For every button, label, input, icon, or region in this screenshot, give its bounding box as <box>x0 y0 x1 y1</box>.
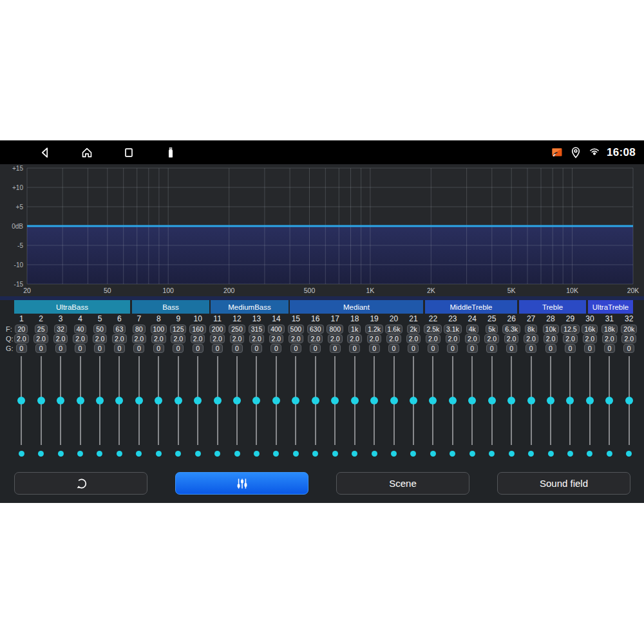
frequency-chip-ch31[interactable]: 18k <box>600 325 619 334</box>
gain-slider-ch24[interactable] <box>462 356 482 445</box>
gain-chip-ch15[interactable]: 0 <box>286 344 305 353</box>
recents-icon[interactable] <box>121 145 137 160</box>
slider-thumb[interactable] <box>547 397 554 404</box>
slider-thumb[interactable] <box>468 397 476 404</box>
slider-thumb[interactable] <box>527 397 535 404</box>
gain-chip-ch6[interactable]: 0 <box>109 344 129 353</box>
slider-thumb[interactable] <box>625 397 633 404</box>
gain-chip-ch11[interactable]: 0 <box>207 344 227 353</box>
gain-slider-ch17[interactable] <box>325 356 345 445</box>
frequency-chip-ch24[interactable]: 4k <box>462 325 482 334</box>
gain-slider-ch4[interactable] <box>70 356 90 445</box>
frequency-chip-ch14[interactable]: 400 <box>267 325 286 334</box>
slider-thumb[interactable] <box>233 397 241 404</box>
q-chip-ch28[interactable]: 2.0 <box>541 334 560 343</box>
slider-thumb[interactable] <box>292 397 299 404</box>
gain-slider-ch5[interactable] <box>90 356 109 445</box>
gain-slider-ch10[interactable] <box>188 356 207 445</box>
q-chip-ch22[interactable]: 2.0 <box>423 334 442 343</box>
q-chip-ch15[interactable]: 2.0 <box>286 334 305 343</box>
band-mediumbass[interactable]: MediumBass <box>211 300 289 314</box>
reset-button[interactable] <box>14 472 147 495</box>
slider-thumb[interactable] <box>155 397 162 404</box>
sound-field-button[interactable]: Sound field <box>497 472 630 495</box>
gain-chip-ch16[interactable]: 0 <box>306 344 325 353</box>
frequency-chip-ch8[interactable]: 100 <box>149 325 168 334</box>
q-chip-ch9[interactable]: 2.0 <box>169 334 188 343</box>
q-chip-ch21[interactable]: 2.0 <box>404 334 423 343</box>
frequency-chip-ch12[interactable]: 250 <box>227 325 247 334</box>
band-ultrabass[interactable]: UltraBass <box>14 300 130 314</box>
slider-thumb[interactable] <box>351 397 359 404</box>
gain-chip-ch10[interactable]: 0 <box>188 344 207 353</box>
q-chip-ch27[interactable]: 2.0 <box>521 334 540 343</box>
gain-slider-ch1[interactable] <box>12 356 31 445</box>
gain-chip-ch27[interactable]: 0 <box>521 344 540 353</box>
gain-chip-ch8[interactable]: 0 <box>149 344 168 353</box>
slider-thumb[interactable] <box>57 397 64 404</box>
frequency-chip-ch11[interactable]: 200 <box>207 325 227 334</box>
home-icon[interactable] <box>79 145 95 160</box>
gain-chip-ch30[interactable]: 0 <box>580 344 600 353</box>
slider-thumb[interactable] <box>566 397 574 404</box>
frequency-chip-ch27[interactable]: 8k <box>521 325 540 334</box>
frequency-chip-ch28[interactable]: 10k <box>541 325 560 334</box>
gain-slider-ch21[interactable] <box>404 356 423 445</box>
slider-thumb[interactable] <box>488 397 496 404</box>
gain-slider-ch29[interactable] <box>560 356 580 445</box>
q-chip-ch13[interactable]: 2.0 <box>247 334 266 343</box>
frequency-chip-ch25[interactable]: 5k <box>482 325 502 334</box>
slider-thumb[interactable] <box>175 397 182 404</box>
frequency-chip-ch7[interactable]: 80 <box>129 325 149 334</box>
gain-chip-ch4[interactable]: 0 <box>70 344 90 353</box>
gain-chip-ch23[interactable]: 0 <box>443 344 462 353</box>
q-chip-ch29[interactable]: 2.0 <box>560 334 580 343</box>
gain-slider-ch25[interactable] <box>482 356 502 445</box>
slider-thumb[interactable] <box>96 397 104 404</box>
frequency-chip-ch17[interactable]: 800 <box>325 325 345 334</box>
q-chip-ch26[interactable]: 2.0 <box>502 334 521 343</box>
gain-chip-ch7[interactable]: 0 <box>129 344 149 353</box>
gain-slider-ch12[interactable] <box>227 356 247 445</box>
equalizer-button-active[interactable] <box>175 472 308 495</box>
gain-chip-ch14[interactable]: 0 <box>267 344 286 353</box>
slider-thumb[interactable] <box>135 397 143 404</box>
q-chip-ch23[interactable]: 2.0 <box>443 334 462 343</box>
slider-thumb[interactable] <box>77 397 84 404</box>
band-mediant[interactable]: Mediant <box>290 300 423 314</box>
frequency-chip-ch21[interactable]: 2k <box>404 325 423 334</box>
gain-slider-ch22[interactable] <box>423 356 442 445</box>
frequency-chip-ch32[interactable]: 20k <box>620 325 639 334</box>
frequency-chip-ch4[interactable]: 40 <box>70 325 90 334</box>
slider-thumb[interactable] <box>194 397 202 404</box>
q-chip-ch25[interactable]: 2.0 <box>482 334 502 343</box>
slider-thumb[interactable] <box>17 397 25 404</box>
gain-slider-ch20[interactable] <box>384 356 403 445</box>
gain-slider-ch9[interactable] <box>169 356 188 445</box>
slider-thumb[interactable] <box>605 397 613 404</box>
gain-chip-ch26[interactable]: 0 <box>502 344 521 353</box>
gain-chip-ch28[interactable]: 0 <box>541 344 560 353</box>
gain-slider-ch11[interactable] <box>207 356 227 445</box>
frequency-chip-ch19[interactable]: 1.2k <box>365 325 384 334</box>
gain-chip-ch12[interactable]: 0 <box>227 344 247 353</box>
gain-chip-ch25[interactable]: 0 <box>482 344 502 353</box>
slider-thumb[interactable] <box>449 397 457 404</box>
frequency-chip-ch9[interactable]: 125 <box>169 325 188 334</box>
frequency-chip-ch15[interactable]: 500 <box>286 325 305 334</box>
frequency-chip-ch13[interactable]: 315 <box>247 325 266 334</box>
gain-slider-ch15[interactable] <box>286 356 305 445</box>
gain-chip-ch32[interactable]: 0 <box>620 344 639 353</box>
q-chip-ch31[interactable]: 2.0 <box>600 334 619 343</box>
slider-thumb[interactable] <box>214 397 222 404</box>
gain-slider-ch32[interactable] <box>620 356 639 445</box>
gain-chip-ch18[interactable]: 0 <box>345 344 364 353</box>
q-chip-ch7[interactable]: 2.0 <box>129 334 149 343</box>
frequency-chip-ch16[interactable]: 630 <box>306 325 325 334</box>
scene-button[interactable]: Scene <box>336 472 469 495</box>
gain-slider-ch27[interactable] <box>521 356 540 445</box>
frequency-chip-ch10[interactable]: 160 <box>188 325 207 334</box>
q-chip-ch6[interactable]: 2.0 <box>109 334 129 343</box>
gain-slider-ch7[interactable] <box>129 356 149 445</box>
slider-thumb[interactable] <box>370 397 378 404</box>
